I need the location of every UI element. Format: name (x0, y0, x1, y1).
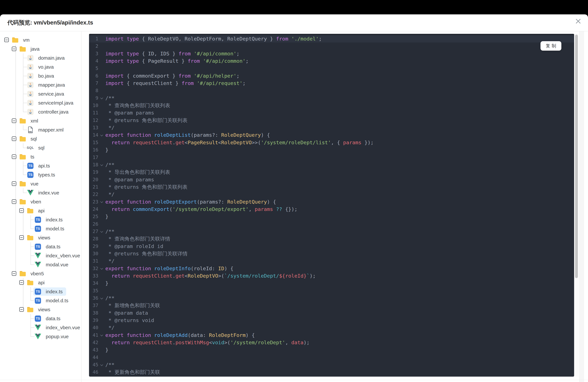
fold-arrow-icon[interactable] (98, 94, 105, 102)
tree-item-api-ts[interactable]: TSapi.ts (0, 161, 81, 170)
collapse-toggle-icon[interactable] (12, 271, 16, 276)
tree-item-content[interactable]: java (18, 45, 43, 53)
tree-item-content[interactable]: vm (11, 36, 33, 44)
collapse-toggle-icon[interactable] (19, 208, 24, 213)
tree-item-index-ts[interactable]: TSindex.ts (0, 287, 81, 296)
tree-item-content[interactable]: vue (18, 180, 42, 188)
tree-item-index-vue[interactable]: index.vue (0, 188, 81, 197)
tree-item-ts[interactable]: ts (0, 152, 81, 161)
tree-item-model-d-ts[interactable]: TSmodel.d.ts (0, 296, 81, 305)
collapse-toggle-icon[interactable] (12, 136, 16, 141)
tree-item-vben[interactable]: vben (0, 197, 81, 206)
tree-item-mapper-xml[interactable]: XMLmapper.xml (0, 125, 81, 134)
tree-item-content[interactable]: index_vben.vue (33, 252, 82, 260)
modal-scrollbar-track[interactable] (579, 31, 584, 382)
collapse-toggle-icon[interactable] (12, 181, 16, 186)
tree-item-content[interactable]: views (26, 233, 54, 242)
fold-arrow-icon[interactable] (98, 265, 105, 272)
fold-arrow-icon[interactable] (98, 332, 105, 339)
tree-item-content[interactable]: TStypes.ts (26, 170, 59, 179)
tree-item-content[interactable]: mapper.java (26, 81, 68, 89)
collapse-toggle-icon[interactable] (12, 154, 16, 159)
tree-item-content[interactable]: TSmodel.ts (33, 225, 68, 233)
code-scrollbar-thumb[interactable] (575, 35, 578, 278)
tree-item-xml[interactable]: xml (0, 116, 81, 125)
collapse-toggle-icon[interactable] (19, 307, 24, 312)
tree-item-content[interactable]: domain.java (26, 54, 68, 62)
tree-item-content[interactable]: xml (18, 117, 42, 125)
tree-item-vo-java[interactable]: vo.java (0, 63, 81, 71)
fold-arrow-icon[interactable] (98, 361, 105, 368)
collapse-toggle-icon[interactable] (12, 46, 16, 51)
tree-item-content[interactable]: TSmodel.d.ts (33, 297, 72, 305)
fold-arrow-icon[interactable] (98, 295, 105, 302)
fold-arrow-icon[interactable] (98, 228, 105, 235)
file-tree[interactable]: vm java domain.java vo.java bo.java mapp… (0, 31, 82, 382)
tree-item-content[interactable]: api (26, 207, 48, 215)
tree-item-content[interactable]: vben (18, 197, 45, 206)
tree-item-views[interactable]: views (0, 305, 81, 314)
tree-item-serviceimpl-java[interactable]: serviceImpl.java (0, 98, 81, 107)
code-line-text: * @returns 角色和部门关联详情 (105, 250, 188, 257)
tree-item-sql[interactable]: SQLsql (0, 143, 81, 152)
tree-item-index-ts[interactable]: TSindex.ts (0, 215, 81, 224)
fold-arrow-icon[interactable] (98, 198, 105, 206)
fold-arrow-icon[interactable] (98, 161, 105, 169)
tree-item-types-ts[interactable]: TStypes.ts (0, 170, 81, 179)
tree-item-content[interactable]: serviceImpl.java (26, 99, 77, 107)
tree-item-content[interactable]: popup.vue (33, 332, 72, 341)
tree-item-modal-vue[interactable]: modal.vue (0, 260, 81, 269)
tree-item-domain-java[interactable]: domain.java (0, 53, 81, 63)
tree-item-label: api (38, 208, 44, 213)
tree-item-content[interactable]: SQLsql (26, 144, 48, 152)
tree-item-vben5[interactable]: vben5 (0, 269, 81, 278)
tree-item-api[interactable]: api (0, 206, 81, 215)
tree-item-controller-java[interactable]: controller.java (0, 107, 81, 116)
tree-item-content[interactable]: XMLmapper.xml (26, 126, 67, 134)
tree-item-model-ts[interactable]: TSmodel.ts (0, 224, 81, 233)
tree-item-vue[interactable]: vue (0, 179, 81, 188)
tree-item-content[interactable]: vo.java (26, 63, 57, 71)
tree-item-content[interactable]: modal.vue (33, 260, 72, 269)
tree-item-index-vben-vue[interactable]: index_vben.vue (0, 251, 81, 260)
tree-item-service-java[interactable]: service.java (0, 89, 81, 98)
tree-item-content[interactable]: ts (18, 153, 38, 161)
tree-item-content[interactable]: bo.java (26, 72, 58, 80)
close-icon[interactable]: × (573, 16, 583, 26)
tree-item-index-vben-vue[interactable]: index_vben.vue (0, 323, 81, 332)
tree-item-vm[interactable]: vm (0, 35, 81, 44)
tree-item-content[interactable]: index_vben.vue (33, 323, 82, 332)
tree-item-mapper-java[interactable]: mapper.java (0, 80, 81, 89)
tree-item-content[interactable]: views (26, 305, 54, 314)
tree-item-data-ts[interactable]: TSdata.ts (0, 314, 81, 323)
tree-item-content[interactable]: TSindex.ts (33, 215, 66, 224)
collapse-toggle-icon[interactable] (19, 280, 24, 285)
copy-button[interactable]: 复 制 (541, 41, 561, 51)
tree-item-java[interactable]: java (0, 44, 81, 53)
tree-item-content[interactable]: service.java (26, 90, 68, 98)
tree-item-data-ts[interactable]: TSdata.ts (0, 242, 81, 251)
collapse-toggle-icon[interactable] (12, 199, 16, 204)
code-line: 24 return commonExport('/system/roleDept… (89, 206, 574, 213)
tree-item-bo-java[interactable]: bo.java (0, 71, 81, 80)
tree-item-content[interactable]: controller.java (26, 108, 72, 116)
fold-gutter (98, 279, 105, 287)
tree-item-content[interactable]: sql (18, 135, 40, 143)
tree-item-content[interactable]: TSdata.ts (33, 242, 64, 251)
tree-item-selected[interactable]: TSindex.ts (33, 287, 66, 296)
tree-item-content[interactable]: api (26, 278, 48, 287)
tree-item-content[interactable]: TSdata.ts (33, 314, 64, 323)
collapse-toggle-icon[interactable] (12, 118, 16, 123)
tree-item-content[interactable]: index.vue (26, 189, 63, 197)
tree-item-content[interactable]: TSapi.ts (26, 162, 54, 170)
line-number: 23 (89, 198, 98, 206)
tree-item-popup-vue[interactable]: popup.vue (0, 332, 81, 341)
collapse-toggle-icon[interactable] (4, 38, 9, 42)
tree-item-sql[interactable]: sql (0, 134, 81, 143)
tree-item-content[interactable]: vben5 (18, 269, 47, 278)
collapse-toggle-icon[interactable] (19, 235, 24, 240)
fold-arrow-icon[interactable] (98, 131, 105, 139)
code-editor[interactable]: 1import type { RoleDeptVO, RoleDeptForm,… (89, 34, 574, 377)
tree-item-views[interactable]: views (0, 233, 81, 242)
tree-item-api[interactable]: api (0, 278, 81, 287)
